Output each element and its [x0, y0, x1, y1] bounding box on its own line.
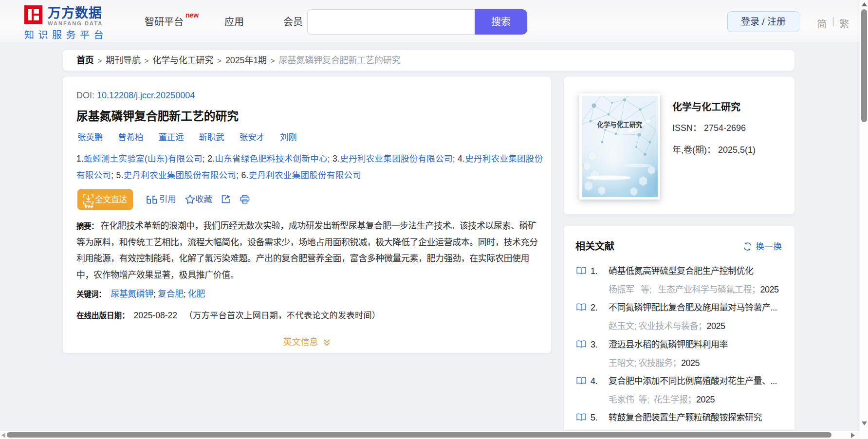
svg-text:free: free	[85, 204, 94, 209]
svg-text:化学与化工研究: 化学与化工研究	[597, 121, 642, 128]
